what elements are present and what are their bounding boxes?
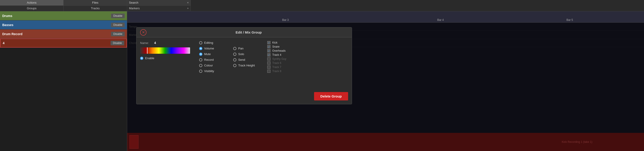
record-label: Record bbox=[204, 58, 214, 61]
track-kick-label: Kick bbox=[272, 41, 278, 44]
editing-label: Editing bbox=[204, 41, 213, 44]
track-overheads-label: Overheads bbox=[272, 49, 286, 52]
name-field-label: Name: bbox=[140, 41, 152, 45]
group-drum-record-disable-btn[interactable]: Disable bbox=[111, 32, 125, 36]
close-icon[interactable]: × bbox=[187, 1, 189, 4]
mute-radio[interactable] bbox=[199, 53, 202, 56]
group-row-4[interactable]: 4 Disable bbox=[0, 38, 127, 48]
ruler-bar4: Bar 4 bbox=[437, 18, 444, 21]
edit-mix-group-modal: ✕ Edit / Mix Group Name: 4 bbox=[136, 27, 352, 104]
nav-files-tab[interactable]: Files bbox=[64, 0, 127, 6]
track-6-row[interactable]: Track 6 bbox=[267, 61, 304, 65]
solo-radio-row[interactable]: Solo bbox=[233, 52, 263, 56]
modal-center-section: Editing Volume bbox=[199, 41, 263, 100]
track-height-radio[interactable] bbox=[233, 64, 236, 67]
track-8-row[interactable]: Track 8 bbox=[267, 70, 304, 73]
modal-close-button[interactable]: ✕ bbox=[140, 29, 146, 36]
track-snare-row[interactable]: ✓ Snare bbox=[267, 45, 304, 48]
name-field-value[interactable]: 4 bbox=[154, 41, 156, 45]
track-4-check[interactable]: ✓ bbox=[267, 53, 270, 56]
nav-col-files-tracks: Files Tracks bbox=[64, 0, 127, 11]
track-7-label: Track 7 bbox=[272, 66, 281, 69]
options-grid: Volume Pan Mute bbox=[199, 47, 263, 73]
name-row: Name: 4 bbox=[140, 41, 194, 45]
track-8-check[interactable] bbox=[267, 70, 270, 73]
track-height-radio-row[interactable]: Track Height bbox=[233, 64, 263, 67]
colour-label: Colour bbox=[204, 64, 213, 67]
send-label: Send bbox=[238, 58, 245, 61]
visiblity-radio[interactable] bbox=[199, 70, 202, 73]
group-basses-label: Basses bbox=[2, 23, 14, 27]
main-area: Drums Disable Basses Disable Drum Record… bbox=[0, 11, 644, 151]
pan-radio-row[interactable]: Pan bbox=[233, 47, 263, 50]
left-panel: Drums Disable Basses Disable Drum Record… bbox=[0, 11, 127, 151]
colour-radio[interactable] bbox=[199, 64, 202, 67]
record-radio-row[interactable]: Record bbox=[199, 58, 229, 61]
track-4-row[interactable]: ✓ Track 4 bbox=[267, 53, 304, 56]
track-7-row[interactable]: Track 7 bbox=[267, 66, 304, 69]
search-label: Search bbox=[129, 1, 138, 4]
modal-overlay: ✕ Edit / Mix Group Name: 4 bbox=[127, 23, 644, 151]
plus-icon[interactable]: + bbox=[187, 6, 189, 10]
track-snare-check[interactable]: ✓ bbox=[267, 45, 270, 48]
track-overheads-row[interactable]: ✓ Overheads bbox=[267, 49, 304, 52]
editing-radio-row[interactable]: Editing bbox=[199, 41, 263, 44]
group-4-disable-btn[interactable]: Disable bbox=[110, 41, 124, 45]
colour-radio-row[interactable]: Colour bbox=[199, 64, 229, 67]
enable-label: Enable bbox=[145, 56, 154, 60]
enable-radio[interactable] bbox=[140, 57, 143, 60]
track-height-label: Track Height bbox=[238, 64, 255, 67]
visiblity-radio-row[interactable]: Visiblity bbox=[199, 69, 229, 73]
modal-header: ✕ Edit / Mix Group bbox=[136, 27, 352, 37]
group-drums-disable-btn[interactable]: Disable bbox=[111, 14, 125, 18]
track-snare-label: Snare bbox=[272, 45, 280, 48]
group-row-basses[interactable]: Basses Disable bbox=[0, 20, 127, 29]
ruler-bar3: Bar 3 bbox=[282, 18, 289, 21]
group-row-drums[interactable]: Drums Disable bbox=[0, 11, 127, 20]
timeline-ruler: Bar 3 Bar 4 Bar 5 bbox=[127, 11, 644, 23]
track-4-label: Track 4 bbox=[272, 53, 281, 56]
files-label: Files bbox=[92, 1, 98, 4]
nav-actions-tab[interactable]: Actions bbox=[0, 0, 63, 6]
color-cursor bbox=[147, 47, 148, 54]
track-kick-check[interactable]: ✓ bbox=[267, 41, 270, 44]
delete-group-button[interactable]: Delete Group bbox=[314, 92, 348, 100]
nav-col-actions-groups: Actions Groups bbox=[0, 0, 64, 11]
modal-close-icon: ✕ bbox=[142, 30, 145, 34]
markers-label: Markers bbox=[129, 6, 140, 10]
track-synthy-row[interactable]: Synthy Guy bbox=[267, 57, 304, 61]
record-radio[interactable] bbox=[199, 58, 202, 61]
track-8-label: Track 8 bbox=[272, 70, 281, 73]
track-6-check[interactable] bbox=[267, 61, 270, 65]
enable-radio-row[interactable]: Enable bbox=[140, 56, 194, 60]
top-nav: Actions Groups Files Tracks Search × Mar… bbox=[0, 0, 644, 11]
solo-radio[interactable] bbox=[233, 53, 236, 56]
track-synthy-label: Synthy Guy bbox=[272, 57, 286, 61]
nav-search-tab[interactable]: Search × bbox=[127, 0, 190, 6]
pan-label: Pan bbox=[238, 47, 244, 50]
volume-radio[interactable] bbox=[199, 47, 202, 50]
timeline-body: Tempo Markers Chords Kick Recording 1 (t… bbox=[127, 23, 644, 151]
group-row-drum-record[interactable]: Drum Record Disable bbox=[0, 29, 127, 38]
pan-radio[interactable] bbox=[233, 47, 236, 50]
modal-right-section: ✓ Kick ✓ Snare ✓ Overheads bbox=[267, 41, 304, 100]
track-overheads-check[interactable]: ✓ bbox=[267, 49, 270, 52]
nav-tracks-tab[interactable]: Tracks bbox=[64, 6, 127, 11]
group-4-label: 4 bbox=[3, 41, 4, 45]
color-picker[interactable] bbox=[140, 47, 190, 54]
track-synthy-check[interactable] bbox=[267, 57, 270, 61]
volume-radio-row[interactable]: Volume bbox=[199, 47, 229, 50]
send-radio[interactable] bbox=[233, 58, 236, 61]
nav-groups-tab[interactable]: Groups bbox=[0, 6, 63, 11]
track-kick-row[interactable]: ✓ Kick bbox=[267, 41, 304, 44]
tracks-label: Tracks bbox=[91, 6, 100, 10]
group-basses-disable-btn[interactable]: Disable bbox=[111, 23, 125, 27]
group-drums-label: Drums bbox=[2, 14, 12, 18]
send-radio-row[interactable]: Send bbox=[233, 58, 263, 61]
modal-title: Edit / Mix Group bbox=[149, 30, 348, 34]
editing-radio[interactable] bbox=[199, 41, 202, 44]
track-7-check[interactable] bbox=[267, 66, 270, 69]
group-drum-record-label: Drum Record bbox=[2, 32, 22, 36]
nav-markers-tab[interactable]: Markers + bbox=[127, 6, 190, 11]
mute-radio-row[interactable]: Mute bbox=[199, 52, 229, 56]
